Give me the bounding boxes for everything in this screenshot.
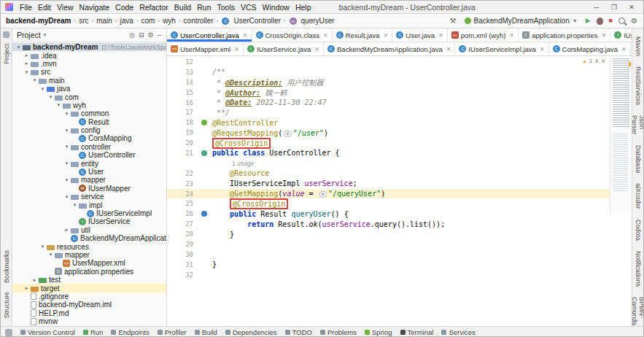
statusbar-endpoints[interactable]: Endpoints	[111, 328, 149, 336]
code-line[interactable]: 13/**	[167, 67, 632, 77]
code-line[interactable]: 24 @GetMapping(value = ∨"/queryUser")	[167, 189, 632, 199]
tree-item[interactable]: ▸util	[12, 226, 166, 234]
hide-icon[interactable]: ─	[158, 31, 162, 39]
breadcrumb-item[interactable]: java	[120, 17, 134, 25]
close-icon[interactable]: ✕	[314, 46, 319, 53]
menu-window[interactable]: Window	[260, 3, 292, 12]
next-problem-icon[interactable]: ∨	[601, 58, 605, 64]
code-line[interactable]: 27 return Result.ok(userService.query().…	[167, 219, 632, 229]
close-icon[interactable]: ✕	[323, 32, 328, 39]
code-line[interactable]: 30	[167, 249, 632, 260]
tool-stripe-structure[interactable]: Structure	[3, 292, 10, 319]
chevron-right-icon[interactable]: ▸	[63, 227, 70, 233]
tree-item[interactable]: ▾backend-myDreamD:\Tools\JavaWorkSpace\b…	[12, 43, 166, 51]
tree-item[interactable]: ▸.mvn	[12, 60, 166, 68]
code-line[interactable]: 32	[167, 270, 632, 280]
menu-help[interactable]: Help	[292, 3, 314, 12]
menu-navigate[interactable]: Navigate	[77, 3, 112, 12]
tool-stripe-codota[interactable]: Codota	[635, 220, 642, 241]
inspections-widget[interactable]: ▲ 1 ∧ ∨	[582, 58, 605, 64]
editor-tab[interactable]: CIUserServiceImpl.java✕	[455, 42, 548, 55]
chevron-down-icon[interactable]: ▾	[63, 194, 70, 200]
chevron-down-icon[interactable]: ▾	[55, 102, 62, 108]
code-line[interactable]: 25 @CrossOrigin	[167, 198, 632, 209]
menu-build[interactable]: Build	[171, 3, 194, 12]
tool-stripe-json-parser[interactable]: Json Parser	[631, 115, 644, 135]
tree-item[interactable]: <>UserMapper.xml	[12, 259, 166, 267]
statusbar-todo[interactable]: TODO	[285, 328, 312, 336]
run-button[interactable]: ▶	[586, 18, 591, 24]
close-icon[interactable]: ✕	[446, 46, 451, 53]
code-line[interactable]: 19@RequestMapping(∨"/user")	[167, 128, 632, 138]
editor-tab[interactable]: CCorsMapping.java✕	[549, 42, 631, 55]
breadcrumb-item[interactable]: mqueryUser	[288, 17, 335, 25]
chevron-down-icon[interactable]: ▾	[31, 77, 38, 83]
tree-item[interactable]: ▾entity	[12, 159, 166, 167]
tree-item[interactable]: ▾src	[12, 68, 166, 76]
breadcrumb-item[interactable]: controller	[183, 17, 214, 25]
menu-edit[interactable]: Edit	[35, 3, 54, 12]
prev-problem-icon[interactable]: ∧	[594, 58, 599, 64]
chevron-down-icon[interactable]: ▾	[39, 86, 46, 92]
editor-tab[interactable]: ≡application.properties✕	[519, 28, 610, 42]
close-icon[interactable]: ✕	[540, 46, 545, 53]
minimap-preview[interactable]	[610, 56, 632, 213]
tree-item[interactable]: ≡application.properties	[12, 268, 166, 276]
code-line[interactable]: 22 @Resource	[167, 168, 632, 179]
editor-tab[interactable]: CCrossOrigin.class✕	[252, 28, 333, 42]
chevron-down-icon[interactable]: ▾	[44, 32, 47, 38]
code-line[interactable]: 1 usage	[167, 158, 632, 168]
tool-stripe-database[interactable]: Database	[635, 145, 642, 174]
code-line[interactable]: 21public class UserController {	[167, 148, 632, 158]
tree-item[interactable]: ▾main	[12, 77, 166, 85]
tree-item[interactable]: ▾java	[12, 85, 166, 93]
tool-stripe-aixcoder[interactable]: aiXcoder	[635, 183, 642, 209]
chevron-right-icon[interactable]: ▸	[23, 61, 30, 66]
editor-tab[interactable]: mpom.xml (wyh)✕	[448, 28, 519, 42]
tool-stripe-maven[interactable]: Maven	[635, 36, 642, 56]
code-line[interactable]: 26 public Result queryUser() {	[167, 209, 632, 219]
collapse-all-icon[interactable]: ⊟	[139, 31, 144, 39]
tree-item[interactable]: ▾com	[12, 93, 166, 101]
debug-button[interactable]	[597, 18, 603, 25]
minimize-button[interactable]: ─	[588, 4, 605, 11]
tool-stripe-restservices[interactable]: RestServices	[635, 66, 642, 105]
chevron-down-icon[interactable]: ▾	[63, 128, 70, 133]
code-line[interactable]: 18@RestController	[167, 117, 632, 128]
tree-item[interactable]: ▾config	[12, 126, 166, 134]
close-button[interactable]: ✕	[623, 4, 640, 11]
code-line[interactable]: 14 * @Description: 用户控制器	[167, 77, 632, 88]
breadcrumb-item[interactable]: backend-myDream	[5, 17, 71, 25]
statusbar-terminal[interactable]: Terminal	[400, 328, 434, 336]
code-line[interactable]: 17 **/	[167, 107, 632, 117]
error-stripe-warning-mark[interactable]	[629, 62, 631, 66]
statusbar-profiler[interactable]: Profiler	[158, 328, 187, 336]
menu-view[interactable]: View	[54, 3, 77, 12]
editor-tab[interactable]: CUserController.java✕	[167, 28, 252, 42]
tool-stripe-project[interactable]: Project	[3, 44, 10, 64]
tree-item[interactable]: CResult	[12, 118, 166, 126]
tool-stripe-bpmn-camunda[interactable]: BPMN-Camunda	[631, 297, 644, 325]
close-icon[interactable]: ✕	[509, 32, 514, 39]
project-panel-title[interactable]: Project	[17, 31, 41, 39]
chevron-down-icon[interactable]: ▾	[63, 160, 70, 166]
tree-item[interactable]: ▸target	[12, 284, 166, 292]
chevron-down-icon[interactable]: ▾	[71, 202, 78, 208]
tree-item[interactable]: CUserController	[12, 151, 166, 159]
chevron-down-icon[interactable]: ▾	[15, 44, 22, 50]
close-icon[interactable]: ✕	[243, 32, 248, 39]
close-icon[interactable]: ✕	[601, 32, 606, 39]
tree-item[interactable]: .gitignore	[12, 293, 166, 301]
code-line[interactable]: 15 * @Author: 魏一鹤	[167, 88, 632, 98]
statusbar-spring[interactable]: Spring	[365, 328, 392, 336]
tree-item[interactable]: CBackendMyDreamApplication	[12, 234, 166, 242]
code-line[interactable]: 29	[167, 239, 632, 249]
tree-item[interactable]: IIUserService	[12, 217, 166, 225]
statusbar-services[interactable]: Services	[441, 328, 475, 336]
tree-item[interactable]: CCorsMapping	[12, 134, 166, 142]
chevron-right-icon[interactable]: ▸	[23, 53, 30, 58]
code-line[interactable]: 31}	[167, 260, 632, 270]
menu-vcs[interactable]: VCS	[238, 3, 260, 12]
menu-run[interactable]: Run	[194, 3, 214, 12]
tree-item[interactable]: CUser	[12, 168, 166, 176]
